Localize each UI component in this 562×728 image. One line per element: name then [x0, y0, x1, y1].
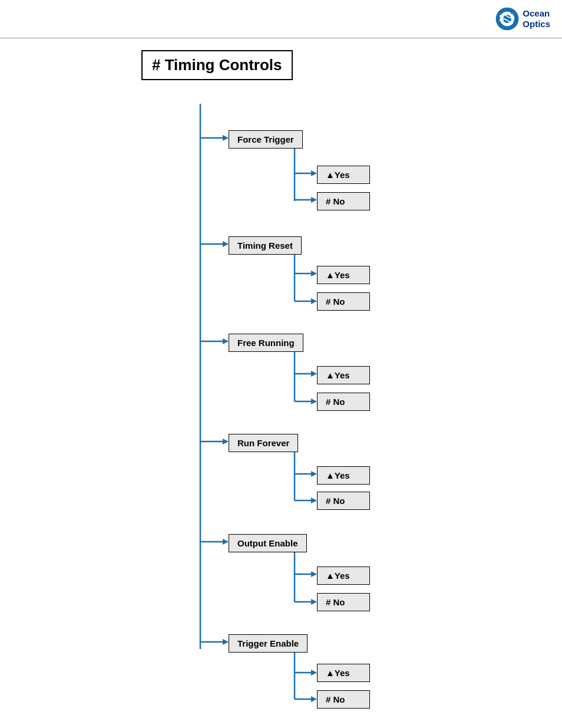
svg-marker-27 [223, 439, 229, 444]
svg-marker-32 [311, 498, 317, 503]
svg-marker-6 [223, 135, 229, 141]
svg-marker-9 [311, 170, 317, 176]
free-running-yes: ▲Yes [317, 366, 370, 384]
svg-marker-39 [311, 599, 317, 605]
svg-marker-20 [223, 338, 229, 344]
timing-reset-yes: ▲Yes [317, 266, 370, 284]
logo-sub: Optics [523, 19, 550, 29]
logo-container: Ocean Optics [494, 6, 550, 32]
svg-marker-23 [311, 371, 317, 377]
tree-lines-svg [24, 98, 436, 728]
svg-marker-46 [311, 696, 317, 702]
svg-marker-25 [311, 398, 317, 404]
svg-marker-11 [311, 197, 317, 203]
trigger-enable-node: Trigger Enable [229, 634, 308, 653]
svg-marker-18 [311, 298, 317, 304]
ocean-optics-logo-icon [494, 6, 520, 32]
free-running-node: Free Running [229, 334, 303, 352]
logo-brand: Ocean [523, 8, 550, 19]
trigger-enable-no: # No [317, 690, 370, 709]
output-enable-yes: ▲Yes [317, 566, 370, 585]
svg-marker-30 [311, 471, 317, 477]
timing-reset-no: # No [317, 292, 370, 311]
svg-marker-44 [311, 670, 317, 676]
svg-marker-13 [223, 241, 229, 247]
run-forever-yes: ▲Yes [317, 466, 370, 485]
tree-diagram: Force Trigger ▲Yes # No Timing Reset ▲Ye… [24, 98, 436, 728]
svg-marker-34 [223, 539, 229, 545]
svg-marker-41 [223, 639, 229, 645]
run-forever-no: # No [317, 492, 370, 510]
force-trigger-yes: ▲Yes [317, 166, 370, 184]
force-trigger-node: Force Trigger [229, 130, 303, 149]
page-title: # Timing Controls [141, 50, 293, 80]
output-enable-no: # No [317, 593, 370, 611]
trigger-enable-yes: ▲Yes [317, 664, 370, 682]
timing-reset-node: Timing Reset [229, 236, 302, 255]
svg-marker-37 [311, 571, 317, 577]
main-content: # Timing Controls [0, 38, 562, 728]
force-trigger-no: # No [317, 192, 370, 210]
page-container: Ocean Optics # Timing Controls [0, 0, 562, 728]
svg-marker-16 [311, 271, 317, 276]
run-forever-node: Run Forever [229, 434, 298, 452]
free-running-no: # No [317, 393, 370, 411]
output-enable-node: Output Enable [229, 534, 307, 552]
top-bar: Ocean Optics [0, 0, 562, 38]
logo-text: Ocean Optics [523, 8, 550, 29]
